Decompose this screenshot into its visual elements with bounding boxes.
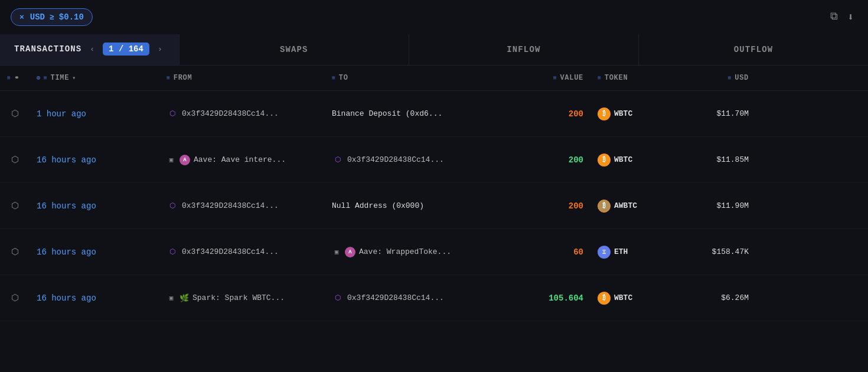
arrow-icon: ≥	[50, 13, 54, 22]
table-row[interactable]: ⬡ 16 hours ago ⬡ 0x3f3429D28438Cc14... ▣…	[0, 229, 868, 275]
usd-amount: $6.26M	[721, 293, 749, 302]
token-icon: ₿	[598, 154, 611, 167]
value-amount: 200	[569, 201, 583, 211]
filter-icon-token: ≡	[598, 75, 602, 81]
filter-icon-time: ≡	[44, 75, 48, 81]
token-name: AWBTC	[614, 201, 637, 210]
copy-icon[interactable]: ⧉	[830, 11, 838, 24]
to-label-text: Null Address (0x000)	[332, 201, 424, 210]
transactions-label: TRANSACTIONS	[14, 44, 81, 54]
token-label: TOKEN	[605, 74, 628, 82]
value-amount: 200	[569, 109, 583, 119]
clock-icon: ⊙	[37, 74, 41, 81]
threshold-label: $0.10	[59, 12, 84, 22]
to-label-text: Binance Deposit (0xd6...	[332, 109, 442, 118]
from-address: 0x3f3429D28438Cc14...	[182, 109, 279, 118]
time-value: 1 hour ago	[37, 109, 86, 119]
table-row[interactable]: ⬡ 1 hour ago ⬡ 0x3f3429D28438Cc14... Bin…	[0, 91, 868, 137]
token-icon: Ξ	[598, 246, 611, 259]
sort-icon-time: ▾	[72, 74, 76, 81]
col-value[interactable]: ≡ VALUE	[514, 70, 590, 86]
token-name: ETH	[614, 247, 628, 256]
doc-icon: ▣	[167, 293, 176, 303]
usd-amount: $11.90M	[716, 201, 749, 210]
tab-inflow[interactable]: INFLOW	[409, 34, 639, 65]
page-indicator: 1 / 164	[103, 43, 149, 56]
tabs-row: TRANSACTIONS ‹ 1 / 164 › SWAPS INFLOW OU…	[0, 34, 868, 66]
token-name: WBTC	[614, 155, 632, 164]
from-label: Aave: Aave intere...	[194, 155, 286, 164]
time-label: TIME	[50, 74, 69, 82]
time-value: 16 hours ago	[37, 201, 96, 211]
time-value: 16 hours ago	[37, 293, 96, 303]
token-name: WBTC	[614, 109, 632, 118]
value-label: VALUE	[560, 74, 583, 82]
value-amount: 200	[569, 155, 583, 165]
table-row[interactable]: ⬡ 16 hours ago ⬡ 0x3f3429D28438Cc14... N…	[0, 183, 868, 229]
col-icon: ≡ ⚭	[0, 71, 30, 85]
tab-swaps[interactable]: SWAPS	[180, 34, 409, 65]
eth-chain-icon: ⬡	[9, 155, 20, 165]
eth-chain-icon: ⬡	[9, 109, 20, 119]
download-icon[interactable]: ⬇	[847, 11, 854, 24]
to-label: Aave: WrappedToke...	[359, 247, 451, 256]
from-label: FROM	[174, 74, 192, 82]
col-time[interactable]: ⊙ ≡ TIME ▾	[30, 70, 159, 86]
to-label: TO	[339, 74, 348, 82]
token-icon: ₿	[598, 107, 611, 120]
to-address: 0x3f3429D28438Cc14...	[347, 293, 444, 302]
time-value: 16 hours ago	[37, 155, 96, 165]
filter-chip[interactable]: × USD ≥ $0.10	[11, 8, 93, 26]
time-value: 16 hours ago	[37, 247, 96, 257]
eth-chain-icon: ⬡	[9, 201, 20, 211]
doc-icon: ▣	[167, 155, 176, 165]
col-token[interactable]: ≡ TOKEN	[590, 70, 679, 86]
filter-icon-from: ≡	[167, 75, 171, 81]
contract-icon: ⬡	[167, 200, 178, 212]
contract-icon: ⬡	[167, 246, 178, 258]
tab-transactions[interactable]: TRANSACTIONS ‹ 1 / 164 ›	[0, 34, 180, 65]
eth-chain-icon: ⬡	[9, 293, 20, 304]
from-address: 0x3f3429D28438Cc14...	[182, 201, 279, 210]
token-name: WBTC	[614, 293, 632, 302]
usd-amount: $158.47K	[712, 247, 749, 256]
to-address: 0x3f3429D28438Cc14...	[347, 155, 444, 164]
aave-avatar: A	[180, 155, 190, 165]
filter-icon-to: ≡	[332, 75, 336, 81]
top-bar: × USD ≥ $0.10 ⧉ ⬇	[0, 0, 868, 34]
filter-icon: ≡	[7, 75, 11, 81]
token-icon: ₿	[598, 292, 611, 305]
doc-icon: ▣	[332, 247, 341, 257]
usd-label: USD	[735, 74, 749, 82]
col-to[interactable]: ≡ TO	[325, 70, 514, 86]
prev-page-button[interactable]: ‹	[87, 44, 97, 54]
value-amount: 105.604	[549, 293, 583, 303]
tab-outflow[interactable]: OUTFLOW	[639, 34, 868, 65]
token-icon: ₿	[598, 200, 611, 213]
contract-icon: ⬡	[332, 154, 344, 166]
currency-label: USD	[30, 12, 45, 22]
usd-amount: $11.85M	[716, 155, 749, 164]
col-from[interactable]: ≡ FROM	[159, 70, 325, 86]
table-row[interactable]: ⬡ 16 hours ago ▣ 🌿 Spark: Spark WBTC... …	[0, 275, 868, 321]
top-actions: ⧉ ⬇	[830, 11, 854, 24]
col-usd[interactable]: ≡ USD	[679, 70, 756, 86]
link-icon: ⚭	[14, 74, 19, 81]
spark-icon: 🌿	[180, 293, 189, 303]
from-label: Spark: Spark WBTC...	[192, 293, 285, 302]
from-address: 0x3f3429D28438Cc14...	[182, 247, 279, 256]
eth-chain-icon: ⬡	[9, 247, 20, 257]
contract-icon: ⬡	[167, 108, 178, 120]
close-icon: ×	[19, 13, 24, 22]
contract-icon: ⬡	[332, 292, 344, 304]
aave-avatar: A	[345, 247, 355, 257]
column-headers: ≡ ⚭ ⊙ ≡ TIME ▾ ≡ FROM ≡ TO ≡ VALUE ≡ TOK…	[0, 66, 868, 91]
filter-icon-usd: ≡	[728, 75, 732, 81]
next-page-button[interactable]: ›	[155, 44, 165, 54]
usd-amount: $11.70M	[716, 109, 749, 118]
value-amount: 60	[573, 247, 583, 257]
filter-icon-value: ≡	[553, 75, 557, 81]
table-row[interactable]: ⬡ 16 hours ago ▣ A Aave: Aave intere... …	[0, 137, 868, 183]
